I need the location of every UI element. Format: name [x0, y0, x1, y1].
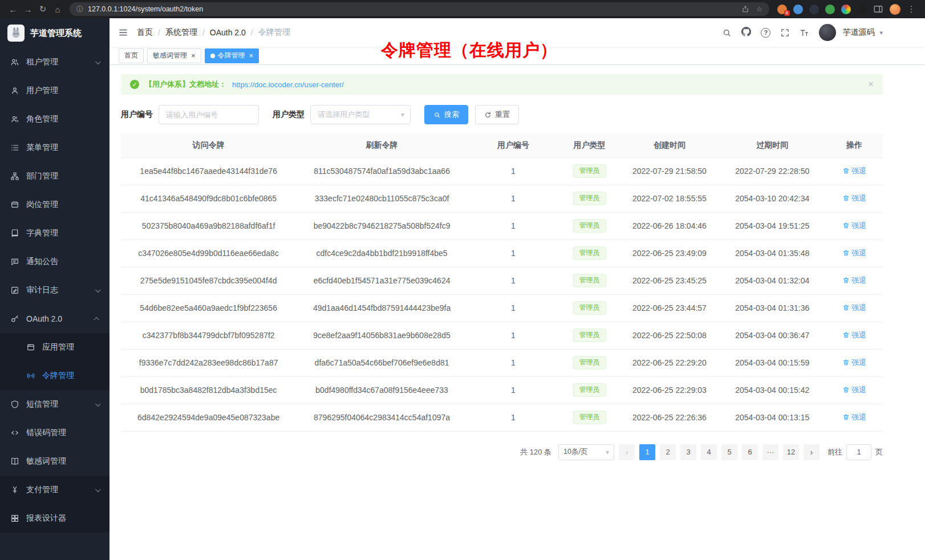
browser-menu-icon[interactable]: ⋮	[907, 2, 916, 17]
pager-page-1[interactable]: 1	[639, 444, 655, 460]
bookmark-star-icon[interactable]: ☆	[756, 5, 762, 13]
table-row: 54d6be82ee5a460a9aedc1f9bf223656 49d1aa4…	[121, 294, 883, 322]
sidebar-item-post[interactable]: 岗位管理	[0, 190, 109, 219]
url-bar[interactable]: ⓘ 127.0.0.1:1024/system/oauth2/token ☆	[70, 2, 769, 16]
access-token-cell: 275e5de9151045fe87cbdc395e004f4d	[121, 267, 296, 294]
reset-button[interactable]: 重置	[475, 105, 519, 124]
force-logout-link[interactable]: 强退	[842, 412, 866, 423]
expire-time-cell: 2022-07-29 22:28:50	[719, 157, 826, 185]
user-type-tag: 管理员	[573, 192, 606, 205]
force-logout-link[interactable]: 强退	[842, 193, 866, 204]
prev-page-button[interactable]: ‹	[619, 444, 635, 460]
force-logout-link[interactable]: 强退	[842, 330, 866, 340]
sidebar-item-audit-log[interactable]: 审计日志	[0, 276, 109, 305]
browser-avatar[interactable]	[890, 4, 900, 15]
search-button[interactable]: 搜索	[424, 105, 468, 124]
sidebar-item-notice[interactable]: 通知公告	[0, 247, 109, 276]
pager-ellipsis[interactable]: ···	[762, 444, 778, 460]
search-icon[interactable]	[722, 28, 732, 38]
goto-label: 前往	[827, 447, 842, 457]
page-size-select[interactable]: 10条/页 ▾	[558, 444, 614, 460]
url-text: 127.0.0.1:1024/system/oauth2/token	[88, 5, 203, 13]
columns-icon	[10, 457, 19, 466]
share-icon[interactable]	[741, 5, 749, 13]
help-icon[interactable]: ?	[761, 28, 770, 38]
breadcrumb-item[interactable]: 系统管理	[165, 27, 197, 38]
pager-page-4[interactable]: 4	[701, 444, 717, 460]
user-type-tag: 管理员	[573, 274, 606, 287]
trash-icon	[842, 359, 850, 366]
sidebar-item-sensitive-words[interactable]: 敏感词管理	[0, 447, 109, 476]
pager-page-2[interactable]: 2	[660, 444, 676, 460]
goto-page-input[interactable]	[846, 444, 871, 460]
user-type-select[interactable]: 请选择用户类型 ▾	[310, 105, 411, 124]
force-logout-label: 强退	[851, 358, 866, 368]
sidebar-item-app-management[interactable]: 应用管理	[0, 333, 109, 362]
close-icon[interactable]: ×	[249, 52, 254, 59]
extension-icon[interactable]	[841, 5, 851, 14]
user-avatar[interactable]	[819, 24, 836, 41]
pager-page-6[interactable]: 6	[742, 444, 758, 460]
action-cell: 强退	[826, 240, 883, 267]
tab-sensitive-words[interactable]: 敏感词管理 ×	[147, 48, 201, 63]
breadcrumb-item[interactable]: 首页	[137, 27, 153, 38]
doc-link[interactable]: https://doc.iocoder.cn/user-center/	[232, 80, 344, 89]
force-logout-link[interactable]: 强退	[842, 303, 866, 313]
extension-icon[interactable]: 6	[777, 5, 787, 14]
force-logout-link[interactable]: 强退	[842, 221, 866, 231]
alert-close-icon[interactable]: ×	[868, 79, 874, 90]
force-logout-link[interactable]: 强退	[842, 275, 866, 286]
sidebar-item-tenant[interactable]: 租户管理	[0, 48, 109, 76]
app-logo[interactable]: 芋道管理系统	[0, 18, 109, 48]
font-size-icon[interactable]	[800, 28, 809, 38]
user-id-label: 用户编号	[121, 109, 153, 120]
pager-page-3[interactable]: 3	[680, 444, 696, 460]
forward-icon[interactable]: →	[21, 2, 35, 17]
sidebar-item-report-designer[interactable]: 报表设计器	[0, 504, 109, 533]
fullscreen-icon[interactable]	[780, 28, 790, 38]
home-icon[interactable]: ⌂	[50, 2, 65, 17]
extension-icon[interactable]	[825, 5, 835, 14]
back-icon[interactable]: ←	[6, 2, 21, 17]
sidebar-item-dept[interactable]: 部门管理	[0, 162, 109, 190]
force-logout-link[interactable]: 强退	[842, 358, 866, 368]
username[interactable]: 芋道源码	[842, 27, 874, 38]
created-time-cell: 2022-06-25 22:29:03	[620, 376, 719, 404]
reload-icon[interactable]: ↻	[35, 2, 50, 17]
sidebar-item-menu[interactable]: 菜单管理	[0, 133, 109, 162]
extension-icon[interactable]	[793, 5, 803, 14]
force-logout-link[interactable]: 强退	[842, 248, 866, 258]
force-logout-link[interactable]: 强退	[842, 166, 866, 176]
sidebar-item-user[interactable]: 用户管理	[0, 76, 109, 105]
sidebar-item-token-management[interactable]: 令牌管理	[0, 362, 109, 390]
side-panel-icon[interactable]	[873, 4, 883, 14]
user-type-tag: 管理员	[573, 383, 606, 397]
github-icon[interactable]	[741, 27, 751, 39]
sidebar-item-role[interactable]: 角色管理	[0, 105, 109, 133]
force-logout-link[interactable]: 强退	[842, 385, 866, 395]
extensions-row: 6 ⋮	[774, 2, 919, 17]
sidebar: 芋道管理系统 租户管理 用户管理 角色管理 菜单	[0, 18, 109, 560]
caret-down-icon[interactable]: ▾	[879, 29, 883, 36]
sidebar-item-payment[interactable]: 支付管理	[0, 476, 109, 504]
extension-icon[interactable]	[857, 5, 867, 14]
close-icon[interactable]: ×	[191, 52, 196, 59]
pager-page-5[interactable]: 5	[721, 444, 737, 460]
sidebar-item-oauth[interactable]: OAuth 2.0	[0, 305, 109, 333]
tab-token-management[interactable]: 令牌管理 ×	[205, 48, 259, 63]
goto-page: 前往 页	[827, 444, 883, 460]
tab-home[interactable]: 首页	[119, 48, 144, 63]
expire-time-cell: 2054-03-04 01:32:04	[719, 267, 826, 294]
site-info-icon[interactable]: ⓘ	[76, 5, 83, 14]
sidebar-item-dict[interactable]: 字典管理	[0, 219, 109, 247]
breadcrumb-item[interactable]: OAuth 2.0	[210, 28, 246, 37]
extension-icon[interactable]	[809, 5, 819, 14]
force-logout-label: 强退	[851, 303, 866, 313]
sidebar-toggle-icon[interactable]	[109, 18, 137, 47]
pager-page-12[interactable]: 12	[783, 444, 799, 460]
sidebar-item-sms[interactable]: 短信管理	[0, 390, 109, 419]
sidebar-item-error-code[interactable]: 错误码管理	[0, 419, 109, 447]
action-cell: 强退	[826, 212, 883, 240]
user-id-input[interactable]	[159, 105, 259, 124]
next-page-button[interactable]: ›	[804, 444, 819, 460]
